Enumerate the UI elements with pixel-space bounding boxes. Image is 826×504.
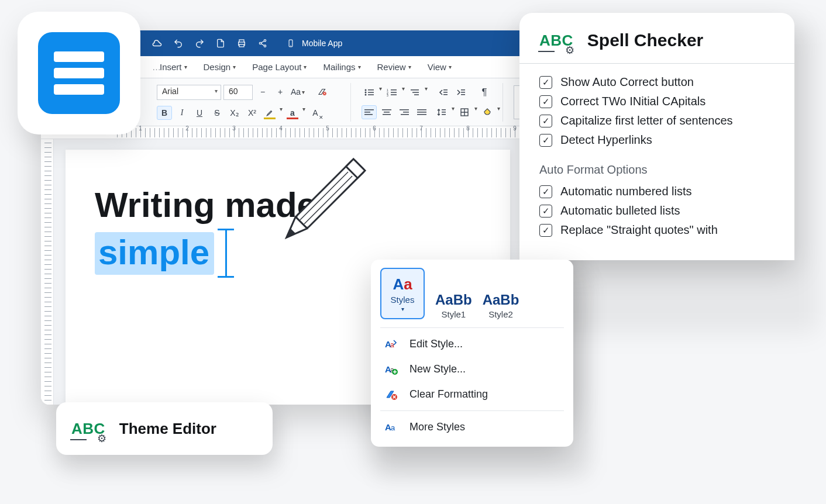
redo-icon[interactable] [194, 38, 205, 49]
outdent-button[interactable] [436, 85, 451, 99]
spell-checker-panel: ABC ⚙ Spell Checker ✓Show Auto Correct b… [519, 13, 794, 260]
theme-editor-card[interactable]: ABC ⚙ Theme Editor [56, 402, 273, 455]
svg-rect-38 [403, 112, 409, 113]
menu-mailings[interactable]: Mailings▾ [323, 62, 360, 72]
mobile-app-link[interactable]: Mobile App [285, 38, 342, 49]
print-icon[interactable] [236, 38, 247, 49]
bulleted-list-button[interactable] [362, 85, 377, 99]
check-bulleted-lists[interactable]: ✓Automatic bulleted lists [539, 204, 776, 218]
font-name-select[interactable]: Arial▾ [157, 85, 221, 100]
style-option-1[interactable]: AaBb Style1 [435, 292, 472, 319]
strike-button[interactable]: S [209, 106, 225, 120]
undo-icon[interactable] [173, 38, 184, 49]
decrease-font-button[interactable]: − [255, 85, 270, 99]
svg-rect-1 [239, 44, 244, 47]
svg-line-5 [261, 41, 264, 43]
font-color-button[interactable]: a [285, 106, 300, 120]
svg-text:a: a [390, 341, 394, 349]
style-sample: AaBb [435, 292, 472, 308]
check-label: Show Auto Correct button [560, 75, 694, 89]
check-auto-correct[interactable]: ✓Show Auto Correct button [539, 75, 776, 89]
chevron-down-icon[interactable]: ▾ [379, 85, 382, 99]
styles-label: Styles [391, 295, 415, 305]
styles-dropdown-button[interactable]: Aa Styles ▾ [380, 268, 425, 319]
share-icon[interactable] [257, 38, 268, 49]
menu-label: New Style... [409, 363, 466, 375]
check-two-initial-caps[interactable]: ✓Correct TWo INitial CApitals [539, 95, 776, 108]
numbered-list-button[interactable]: 123 [384, 85, 400, 99]
clear-formatting-menu-item[interactable]: Clear Formatting [380, 382, 564, 407]
align-center-button[interactable] [379, 105, 394, 119]
new-style-menu-item[interactable]: Aa New Style... [380, 357, 564, 382]
check-capitalize-first[interactable]: ✓Capitalize first letter of sentences [539, 114, 776, 127]
check-label: Automatic bulleted lists [560, 204, 680, 218]
check-smart-quotes[interactable]: ✓Replace "Straight quotes" with [539, 223, 776, 237]
subscript-button[interactable]: X₂ [227, 106, 242, 120]
svg-point-14 [365, 94, 367, 96]
new-style-icon: Aa [384, 364, 399, 375]
vertical-ruler[interactable] [41, 139, 54, 405]
check-numbered-lists[interactable]: ✓Automatic numbered lists [539, 185, 776, 198]
clear-format-icon[interactable] [315, 85, 330, 99]
edit-style-icon: Aa [384, 339, 399, 350]
style-name: Style2 [483, 309, 519, 319]
edit-style-menu-item[interactable]: Aa Edit Style... [380, 332, 564, 357]
chevron-down-icon[interactable]: ▾ [302, 106, 305, 120]
menu-review[interactable]: Review▾ [377, 62, 411, 72]
svg-rect-22 [411, 89, 419, 91]
chevron-down-icon[interactable]: ▾ [425, 85, 428, 99]
menu-label: Insert [160, 62, 182, 72]
svg-point-12 [365, 92, 367, 94]
svg-rect-42 [417, 114, 426, 115]
chevron-down-icon[interactable]: ▾ [280, 106, 283, 120]
auto-format-section-label: Auto Format Options [539, 163, 776, 177]
menu-view[interactable]: View▾ [428, 62, 452, 72]
borders-button[interactable] [457, 105, 472, 119]
style-option-2[interactable]: AaBb Style2 [483, 292, 519, 319]
align-right-button[interactable] [397, 105, 412, 119]
svg-rect-30 [461, 94, 465, 95]
bold-button[interactable]: B [157, 106, 172, 120]
svg-rect-39 [401, 114, 409, 115]
pilcrow-button[interactable]: ¶ [477, 85, 492, 99]
align-left-button[interactable] [362, 105, 377, 119]
chevron-down-icon[interactable]: ▾ [474, 105, 477, 119]
change-case-button[interactable]: Aa▾ [290, 85, 305, 99]
svg-rect-37 [400, 109, 409, 111]
align-justify-button[interactable] [414, 105, 429, 119]
highlight-color-button[interactable] [262, 106, 277, 120]
style-name: Style1 [435, 309, 472, 319]
menu-design[interactable]: Design▾ [204, 62, 236, 72]
spell-checker-title: Spell Checker [587, 30, 703, 50]
shading-button[interactable] [480, 105, 495, 119]
chevron-down-icon[interactable]: ▾ [452, 105, 455, 119]
checkbox-icon: ✓ [539, 95, 552, 108]
increase-font-button[interactable]: + [273, 85, 288, 99]
char: a [404, 275, 412, 293]
svg-rect-26 [443, 92, 448, 93]
check-detect-hyperlinks[interactable]: ✓Detect Hyperlinks [539, 133, 776, 147]
menu-page-layout[interactable]: Page Layout▾ [252, 62, 307, 72]
svg-rect-21 [391, 94, 397, 95]
line-spacing-button[interactable] [434, 105, 449, 119]
cloud-icon[interactable] [152, 38, 163, 49]
svg-rect-15 [368, 94, 374, 95]
menu-label: Design [204, 62, 231, 72]
more-styles-menu-item[interactable]: Aa More Styles [380, 415, 564, 440]
new-doc-icon[interactable] [215, 38, 226, 49]
svg-rect-44 [442, 112, 446, 113]
chevron-down-icon[interactable]: ▾ [497, 105, 500, 119]
clear-format-button[interactable]: A✕ [308, 106, 323, 120]
menu-insert[interactable]: …Insert▾ [152, 62, 187, 72]
superscript-button[interactable]: X² [245, 106, 260, 120]
svg-rect-33 [364, 114, 373, 115]
chevron-down-icon[interactable]: ▾ [402, 85, 405, 99]
multilevel-list-button[interactable] [407, 85, 422, 99]
svg-rect-45 [442, 114, 446, 115]
italic-button[interactable]: I [174, 106, 190, 120]
indent-button[interactable] [453, 85, 469, 99]
underline-button[interactable]: U [192, 106, 207, 120]
more-styles-icon: Aa [384, 422, 399, 433]
svg-rect-35 [384, 112, 390, 113]
font-size-select[interactable]: 60 [223, 85, 253, 100]
